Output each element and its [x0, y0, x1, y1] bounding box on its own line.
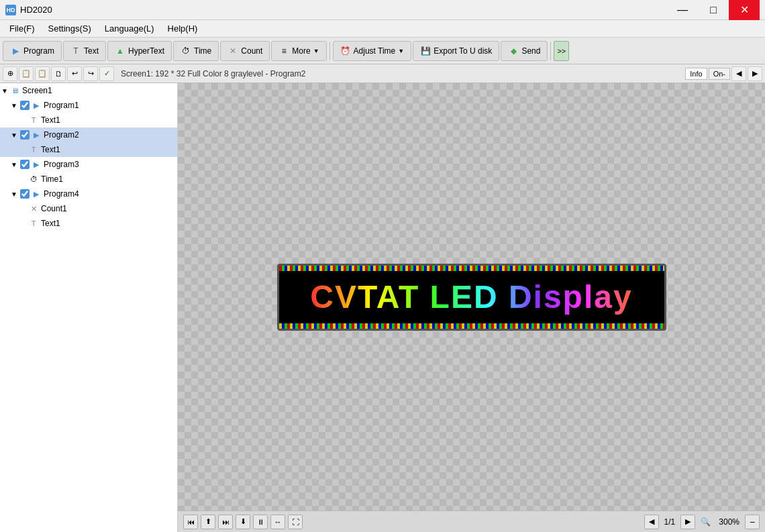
- tree-item-text1a[interactable]: T Text1: [0, 113, 177, 127]
- count-label: Count: [241, 46, 262, 56]
- program-icon: ▶: [10, 46, 21, 56]
- canvas-nav-toolbar: ⏮ ⬆ ⏭ ⬇ ⏸ ↔ ⛶ ◀ 1/1 ▶ 🔍 300% −: [178, 511, 765, 532]
- tree-item-program3[interactable]: ▼ ▶ Program3: [0, 157, 177, 172]
- tree-item-time1[interactable]: ⏱ Time1: [0, 172, 177, 187]
- program-button[interactable]: ▶ Program: [3, 41, 62, 61]
- panel-tab-info[interactable]: Info: [685, 68, 707, 80]
- tree-item-program4[interactable]: ▼ ▶ Program4: [0, 187, 177, 201]
- tb2-btn-prev[interactable]: ◀: [731, 66, 746, 81]
- tree-arrow-program2[interactable]: ▼: [9, 130, 19, 140]
- page-info: 1/1: [664, 517, 676, 527]
- tree-item-text1c[interactable]: T Text1: [0, 216, 177, 231]
- export-label: Export To U disk: [434, 46, 492, 56]
- tree-label-text1c: Text1: [41, 219, 60, 228]
- tree-item-program1[interactable]: ▼ ▶ Program1: [0, 98, 177, 113]
- program3-icon: ▶: [31, 159, 42, 170]
- center-panel: CVTAT LED Display ⏮ ⬆ ⏭ ⬇ ⏸ ↔ ⛶ ◀ 1/1 ▶ …: [178, 83, 765, 532]
- led-display: CVTAT LED Display: [277, 264, 666, 331]
- nav-up[interactable]: ⬆: [201, 515, 215, 529]
- tree-arrow-program1[interactable]: ▼: [9, 101, 19, 110]
- zoom-level: 300%: [719, 517, 740, 527]
- text-label: Text: [84, 46, 99, 56]
- menu-language[interactable]: Language(L): [98, 21, 161, 36]
- tree-arrow-screen1[interactable]: ▼: [0, 86, 9, 95]
- program1-icon: ▶: [31, 100, 42, 111]
- title-bar-left: HD HD2020: [5, 5, 52, 15]
- tb2-btn-next[interactable]: ▶: [748, 66, 762, 81]
- panel-tab-on[interactable]: On-: [709, 68, 730, 80]
- maximize-button[interactable]: □: [698, 0, 729, 20]
- nav-down[interactable]: ⬇: [236, 515, 250, 529]
- zoom-out-button[interactable]: −: [745, 515, 760, 529]
- menu-help[interactable]: Help(H): [161, 21, 205, 36]
- expand-toolbar-button[interactable]: >>: [554, 41, 569, 61]
- title-bar-controls: — □ ✕: [667, 0, 760, 20]
- tree-item-text1b[interactable]: T Text1: [0, 142, 177, 157]
- close-button[interactable]: ✕: [729, 0, 760, 20]
- minimize-button[interactable]: —: [667, 0, 698, 20]
- tb2-btn-paste[interactable]: 📋: [35, 66, 50, 81]
- led-text: CVTAT LED Display: [310, 278, 632, 315]
- nav-fullscreen[interactable]: ⛶: [288, 515, 303, 529]
- nav-first[interactable]: ⏮: [183, 515, 198, 529]
- secondary-toolbar: ⊕ 📋 📋 🗋 ↩ ↪ ✓ Screen1: 192 * 32 Full Col…: [0, 64, 765, 83]
- time-label: Time: [194, 46, 211, 56]
- tree-panel: ▼ 🖥 Screen1 ▼ ▶ Program1 T Text1 ▼: [0, 83, 178, 532]
- count1-icon: ✕: [28, 203, 39, 214]
- screen-info: Screen1: 192 * 32 Full Color 8 graylevel…: [115, 69, 684, 78]
- tb2-btn-check[interactable]: ✓: [99, 66, 114, 81]
- tree-check-program2[interactable]: [20, 130, 30, 140]
- toolbar-separator2: [550, 42, 551, 60]
- program-label: Program: [23, 46, 54, 56]
- tree-label-screen1: Screen1: [22, 86, 52, 95]
- tree-check-program1[interactable]: [20, 101, 30, 110]
- menu-bar: File(F) Settings(S) Language(L) Help(H): [0, 20, 765, 38]
- time1-icon: ⏱: [28, 174, 39, 184]
- menu-file[interactable]: File(F): [3, 21, 42, 36]
- tree-label-text1a: Text1: [41, 115, 60, 125]
- tb2-btn-new[interactable]: 🗋: [51, 66, 66, 81]
- tree-item-screen1[interactable]: ▼ 🖥 Screen1: [0, 83, 177, 98]
- export-icon: 💾: [420, 46, 431, 56]
- tree-check-program4[interactable]: [20, 189, 30, 199]
- zoom-icon: 🔍: [701, 517, 711, 527]
- adjust-time-button[interactable]: ⏰ Adjust Time ▼: [333, 41, 412, 61]
- app-title: HD2020: [20, 5, 52, 15]
- text-icon: T: [70, 46, 81, 56]
- count-button[interactable]: ✕ Count: [220, 41, 270, 61]
- tree-arrow-program4[interactable]: ▼: [9, 189, 19, 199]
- hypertext-icon: ▲: [115, 46, 125, 56]
- nav-pause[interactable]: ⏸: [253, 515, 268, 529]
- menu-settings[interactable]: Settings(S): [42, 21, 98, 36]
- nav-fit-width[interactable]: ↔: [270, 515, 285, 529]
- nav-page-next[interactable]: ▶: [680, 515, 695, 529]
- tree-item-program2[interactable]: ▼ ▶ Program2: [0, 127, 177, 142]
- text1c-icon: T: [28, 218, 39, 229]
- send-button[interactable]: ◆ Send: [501, 41, 548, 61]
- tb2-btn-home[interactable]: ⊕: [3, 66, 17, 81]
- tb2-btn-copy[interactable]: 📋: [19, 66, 34, 81]
- screen-icon: 🖥: [9, 85, 20, 96]
- text1b-icon: T: [28, 144, 39, 155]
- led-border-top: [279, 266, 664, 271]
- tree-arrow-program3[interactable]: ▼: [9, 160, 19, 169]
- hypertext-button[interactable]: ▲ HyperText: [107, 41, 172, 61]
- text-button[interactable]: T Text: [63, 41, 106, 61]
- more-icon: ≡: [278, 46, 289, 56]
- nav-last[interactable]: ⏭: [218, 515, 233, 529]
- adjust-label: Adjust Time: [354, 46, 396, 56]
- nav-page-prev[interactable]: ◀: [644, 515, 659, 529]
- tb2-btn-redo[interactable]: ↪: [83, 66, 98, 81]
- tree-label-program2: Program2: [44, 130, 79, 140]
- more-button[interactable]: ≡ More ▼: [271, 41, 326, 61]
- export-button[interactable]: 💾 Export To U disk: [413, 41, 499, 61]
- tree-item-count1[interactable]: ✕ Count1: [0, 201, 177, 216]
- send-icon: ◆: [508, 46, 519, 56]
- tree-label-program3: Program3: [44, 160, 79, 169]
- text1a-icon: T: [28, 115, 39, 125]
- tree-label-text1b: Text1: [41, 145, 60, 154]
- tree-check-program3[interactable]: [20, 160, 30, 169]
- tb2-btn-undo[interactable]: ↩: [67, 66, 82, 81]
- time-button[interactable]: ⏱ Time: [173, 41, 219, 61]
- more-label: More: [292, 46, 310, 56]
